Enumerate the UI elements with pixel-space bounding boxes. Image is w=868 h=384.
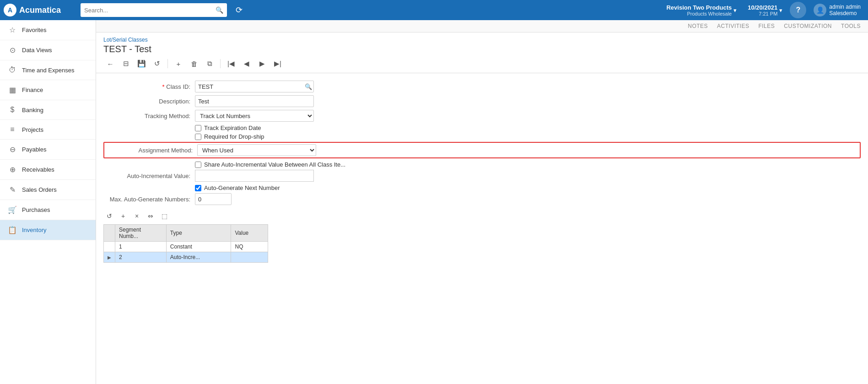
banking-icon: $ (7, 106, 17, 114)
first-button[interactable]: |◀ (224, 57, 238, 70)
app-logo: A Acumatica (4, 4, 77, 16)
track-expiration-label[interactable]: Track Expiration Date (204, 124, 261, 131)
table-fit-button[interactable]: ⇔ (145, 211, 156, 222)
last-button[interactable]: ▶| (271, 57, 285, 70)
sidebar-item-favorites[interactable]: ☆ Favorites (0, 20, 96, 40)
share-auto-label[interactable]: Share Auto-Incremental Value Between All… (204, 161, 345, 168)
row-value (231, 252, 268, 263)
sidebar-item-label: Projects (22, 126, 43, 133)
sidebar-item-label: Time and Expenses (22, 67, 74, 74)
notes-link[interactable]: NOTES (688, 23, 708, 29)
files-link[interactable]: FILES (758, 23, 775, 29)
assignment-method-label: Assignment Method: (106, 147, 197, 154)
table-row[interactable]: ▶ 2 Auto-Incre... (104, 252, 268, 263)
table-row[interactable]: 1 Constant NQ (104, 242, 268, 252)
table-delete-button[interactable]: × (131, 211, 143, 222)
top-navigation: A Acumatica 🔍 ⟳ Revision Two Products Pr… (0, 0, 868, 20)
context-selector[interactable]: Revision Two Products Products Wholesale… (663, 2, 740, 18)
sidebar-item-payables[interactable]: ⊖ Payables (0, 140, 96, 160)
sidebar-item-label: Receivables (22, 166, 54, 173)
col-value: Value (231, 225, 268, 242)
assignment-method-field: When Used On Receipt On Issue (197, 144, 316, 156)
tracking-method-select[interactable]: Track Lot Numbers Track Serial Numbers N… (195, 110, 314, 122)
user-role: Salesdemo (829, 10, 861, 16)
sidebar-item-label: Sales Orders (22, 186, 57, 193)
auto-generate-label[interactable]: Auto-Generate Next Number (204, 184, 280, 191)
app-name: Acumatica (19, 5, 61, 15)
row-arrow-cell: ▶ (104, 252, 115, 263)
action-links: NOTES ACTIVITIES FILES CUSTOMIZATION TOO… (688, 23, 861, 29)
sidebar-item-projects[interactable]: ≡ Projects (0, 120, 96, 140)
datetime-selector[interactable]: 10/20/2021 7:21 PM ▾ (744, 2, 786, 18)
class-id-input[interactable] (195, 81, 314, 92)
delete-button[interactable]: 🗑 (187, 57, 201, 70)
add-button[interactable]: + (172, 57, 185, 70)
customization-link[interactable]: CUSTOMIZATION (784, 23, 832, 29)
history-button[interactable]: ⟳ (231, 2, 247, 18)
sidebar: ☆ Favorites ⊙ Data Views ⏱ Time and Expe… (0, 20, 96, 384)
top-action-bar: NOTES ACTIVITIES FILES CUSTOMIZATION TOO… (96, 20, 868, 32)
description-input[interactable] (195, 95, 314, 107)
table-refresh-button[interactable]: ↺ (103, 211, 115, 222)
sidebar-item-banking[interactable]: $ Banking (0, 100, 96, 120)
receivables-icon: ⊕ (7, 165, 17, 174)
table-add-button[interactable]: + (117, 211, 129, 222)
auto-generate-checkbox[interactable] (195, 185, 201, 191)
share-auto-checkbox[interactable] (195, 162, 201, 168)
tracking-method-field: Track Lot Numbers Track Serial Numbers N… (195, 110, 314, 122)
sidebar-item-label: Inventory (22, 227, 46, 233)
copy-button[interactable]: ⧉ (203, 57, 216, 70)
datetime-time: 7:21 PM (748, 11, 777, 16)
search-icon[interactable]: 🔍 (305, 83, 312, 90)
sidebar-item-label: Banking (22, 107, 43, 114)
search-box[interactable]: 🔍 (81, 3, 227, 17)
sidebar-item-inventory[interactable]: 📋 Inventory (0, 220, 96, 240)
breadcrumb[interactable]: Lot/Serial Classes (103, 37, 148, 43)
required-dropship-label[interactable]: Required for Drop-ship (204, 133, 264, 140)
sidebar-item-receivables[interactable]: ⊕ Receivables (0, 160, 96, 180)
page-title: TEST - Test (103, 44, 861, 54)
sidebar-item-time-expenses[interactable]: ⏱ Time and Expenses (0, 60, 96, 80)
assignment-method-select[interactable]: When Used On Receipt On Issue (197, 144, 316, 156)
class-id-field: 🔍 (195, 81, 314, 92)
help-button[interactable]: ? (790, 2, 806, 18)
assignment-method-row: Assignment Method: When Used On Receipt … (106, 144, 858, 156)
class-id-label: Class ID: (103, 83, 195, 90)
segments-table: SegmentNumb... Type Value 1 Constant NQ … (103, 224, 268, 263)
sales-orders-icon: ✎ (7, 185, 17, 194)
row-segment-num: 1 (115, 242, 167, 252)
user-menu[interactable]: 👤 admin admin Salesdemo (810, 2, 864, 18)
page-header: Lot/Serial Classes TEST - Test (96, 32, 868, 54)
save-list-button[interactable]: ⊟ (119, 57, 133, 70)
sidebar-item-purchases[interactable]: 🛒 Purchases (0, 200, 96, 220)
next-button[interactable]: ▶ (255, 57, 269, 70)
undo-button[interactable]: ↺ (150, 57, 164, 70)
col-lock (104, 225, 115, 242)
prev-button[interactable]: ◀ (240, 57, 253, 70)
max-auto-input[interactable] (195, 193, 232, 205)
max-auto-field (195, 193, 314, 205)
sidebar-item-finance[interactable]: ▦ Finance (0, 80, 96, 100)
required-dropship-checkbox[interactable] (195, 134, 201, 140)
track-expiration-checkbox[interactable] (195, 125, 201, 131)
tracking-method-label: Tracking Method: (103, 113, 195, 119)
datetime-date: 10/20/2021 (748, 4, 777, 11)
save-button[interactable]: 💾 (135, 57, 148, 70)
sidebar-item-data-views[interactable]: ⊙ Data Views (0, 40, 96, 60)
description-label: Description: (103, 98, 195, 105)
finance-icon: ▦ (7, 86, 17, 94)
description-field (195, 95, 314, 107)
payables-icon: ⊖ (7, 145, 17, 154)
sidebar-item-sales-orders[interactable]: ✎ Sales Orders (0, 180, 96, 200)
max-auto-label: Max. Auto-Generate Numbers: (103, 196, 195, 203)
logo-icon: A (4, 4, 16, 16)
search-input[interactable] (84, 7, 216, 14)
activities-link[interactable]: ACTIVITIES (717, 23, 749, 29)
back-button[interactable]: ← (103, 57, 117, 70)
tools-link[interactable]: TOOLS (841, 23, 861, 29)
table-export-button[interactable]: ⬚ (158, 211, 170, 222)
time-expenses-icon: ⏱ (7, 66, 17, 74)
purchases-icon: 🛒 (7, 206, 17, 214)
user-name: admin admin (829, 4, 861, 10)
row-value: NQ (231, 242, 268, 252)
